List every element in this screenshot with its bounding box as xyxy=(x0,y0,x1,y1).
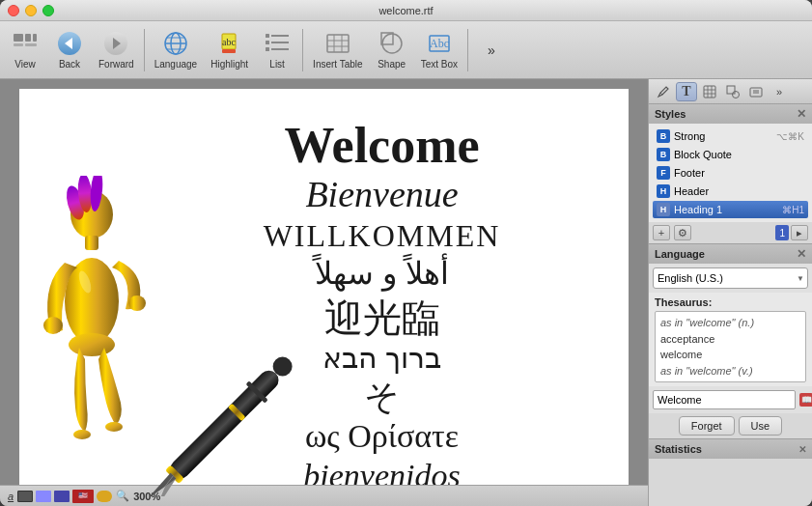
svg-point-39 xyxy=(128,295,146,311)
thesaurus-line-3: welcome xyxy=(660,347,800,363)
panel-pen-tool[interactable] xyxy=(653,82,674,101)
statistics-close-button[interactable]: ✕ xyxy=(798,444,806,455)
back-button[interactable]: Back xyxy=(48,25,91,75)
view-button[interactable]: View xyxy=(4,25,46,75)
panel-toolbar: T xyxy=(649,79,812,104)
insert-table-icon xyxy=(324,30,351,57)
highlight-icon: abc xyxy=(216,30,243,57)
svg-rect-21 xyxy=(266,47,269,51)
list-label: List xyxy=(269,59,285,70)
svg-point-40 xyxy=(69,333,115,356)
svg-rect-53 xyxy=(704,86,715,98)
panel-text-tool[interactable]: T xyxy=(676,82,697,101)
style-arrow-button[interactable]: ▸ xyxy=(791,225,808,240)
text-box-icon: Abc xyxy=(426,30,453,57)
shape-icon xyxy=(378,30,406,57)
style-item-blockquote[interactable]: B Block Quote xyxy=(653,146,808,163)
statistics-title: Statistics xyxy=(655,443,702,455)
gear-button[interactable]: ⚙ xyxy=(674,225,691,240)
language-select[interactable]: English (U.S.) French German Spanish Jap… xyxy=(653,267,808,289)
use-button[interactable]: Use xyxy=(739,416,783,436)
svg-text:abc: abc xyxy=(222,37,236,47)
shape-label: Shape xyxy=(378,59,406,70)
maximize-button[interactable] xyxy=(42,5,54,16)
panel-table-tool[interactable] xyxy=(699,82,720,101)
svg-rect-4 xyxy=(25,43,37,46)
forward-icon xyxy=(102,30,129,57)
add-style-button[interactable]: + xyxy=(653,225,670,240)
text-hebrew: ברוך הבא xyxy=(164,341,600,376)
toolbar: View Back xyxy=(0,21,812,79)
insert-table-button[interactable]: Insert Table xyxy=(307,25,369,75)
style-badge-footer: F xyxy=(657,166,670,180)
style-badge-blockquote: B xyxy=(657,148,670,161)
highlight-label: Highlight xyxy=(210,59,248,70)
welcome-input[interactable] xyxy=(653,390,796,409)
thesaurus-line-2: acceptance xyxy=(660,331,800,348)
svg-point-38 xyxy=(43,317,63,334)
welcome-search-button[interactable]: 📖 xyxy=(798,390,812,409)
language-icon xyxy=(162,30,189,57)
document-area: Welcome Bienvenue Willkommen أهلاً و سهل… xyxy=(0,79,648,506)
mascot-figure xyxy=(29,176,154,465)
style-label-h1: Heading 1 xyxy=(674,204,722,215)
style-item-strong[interactable]: B Strong ⌥⌘K xyxy=(653,127,808,145)
svg-point-28 xyxy=(382,34,402,53)
more-icon: » xyxy=(478,37,505,64)
styles-close-button[interactable]: ✕ xyxy=(797,107,806,121)
svg-rect-36 xyxy=(85,236,98,250)
list-button[interactable]: List xyxy=(256,25,298,75)
language-header[interactable]: Language ✕ xyxy=(649,244,812,264)
lang-buttons: Forget Use xyxy=(649,413,812,438)
style-item-h1[interactable]: H Heading 1 ⌘H1 xyxy=(653,201,808,218)
style-item-footer[interactable]: F Footer xyxy=(653,164,808,182)
svg-rect-19 xyxy=(266,41,269,44)
style-shortcut-strong: ⌥⌘K xyxy=(776,131,804,142)
text-bienvenue: Bienvenue xyxy=(164,173,600,217)
language-button[interactable]: Language xyxy=(149,25,204,75)
svg-rect-23 xyxy=(327,35,349,52)
language-title: Language xyxy=(655,248,705,260)
svg-point-59 xyxy=(733,91,740,98)
language-select-wrapper: English (U.S.) French German Spanish Jap… xyxy=(653,267,808,289)
panel-more-tool[interactable]: » xyxy=(769,82,790,101)
style-number-badge: 1 xyxy=(775,225,789,240)
forward-button[interactable]: Forward xyxy=(93,25,140,75)
style-badge-h1: H xyxy=(657,203,670,216)
more-button[interactable]: » xyxy=(472,25,511,75)
shape-button[interactable]: Shape xyxy=(371,25,413,75)
separator-1 xyxy=(144,29,145,71)
language-label: Language xyxy=(154,59,198,70)
style-badge-header: H xyxy=(657,184,670,198)
main-area: Welcome Bienvenue Willkommen أهلاً و سهل… xyxy=(0,79,812,506)
svg-text:Abc: Abc xyxy=(430,37,449,50)
style-label-strong: Strong xyxy=(674,130,705,142)
styles-section: Styles ✕ B Strong ⌥⌘K xyxy=(649,104,812,244)
language-close-button[interactable]: ✕ xyxy=(797,247,806,261)
forget-button[interactable]: Forget xyxy=(679,416,735,436)
styles-footer: + ⚙ 1 ▸ xyxy=(649,222,812,243)
svg-line-52 xyxy=(660,93,662,95)
view-label: View xyxy=(14,59,36,70)
text-box-button[interactable]: Abc Text Box xyxy=(415,25,463,75)
style-shortcut-h1: ⌘H1 xyxy=(782,205,804,215)
styles-list: B Strong ⌥⌘K B Block Quote xyxy=(653,127,808,218)
style-label-footer: Footer xyxy=(674,167,705,179)
svg-text:📖: 📖 xyxy=(801,394,813,406)
panel-textbox-tool[interactable] xyxy=(745,82,767,101)
statistics-header[interactable]: Statistics ✕ xyxy=(649,439,812,459)
highlight-button[interactable]: abc Highlight xyxy=(205,25,254,75)
traffic-lights xyxy=(8,5,54,16)
list-icon xyxy=(264,30,291,57)
status-bar: a 🇺🇸 🔍 300% xyxy=(0,485,648,506)
welcome-input-wrap: 📖 xyxy=(649,386,812,413)
styles-header[interactable]: Styles ✕ xyxy=(649,104,812,124)
back-label: Back xyxy=(59,59,80,70)
panel-shape-tool[interactable] xyxy=(722,82,743,101)
text-box-label: Text Box xyxy=(421,59,458,70)
style-item-header[interactable]: H Header xyxy=(653,183,808,200)
close-button[interactable] xyxy=(8,5,19,16)
minimize-button[interactable] xyxy=(25,5,37,16)
style-label-header: Header xyxy=(674,185,709,197)
svg-point-41 xyxy=(73,430,91,439)
